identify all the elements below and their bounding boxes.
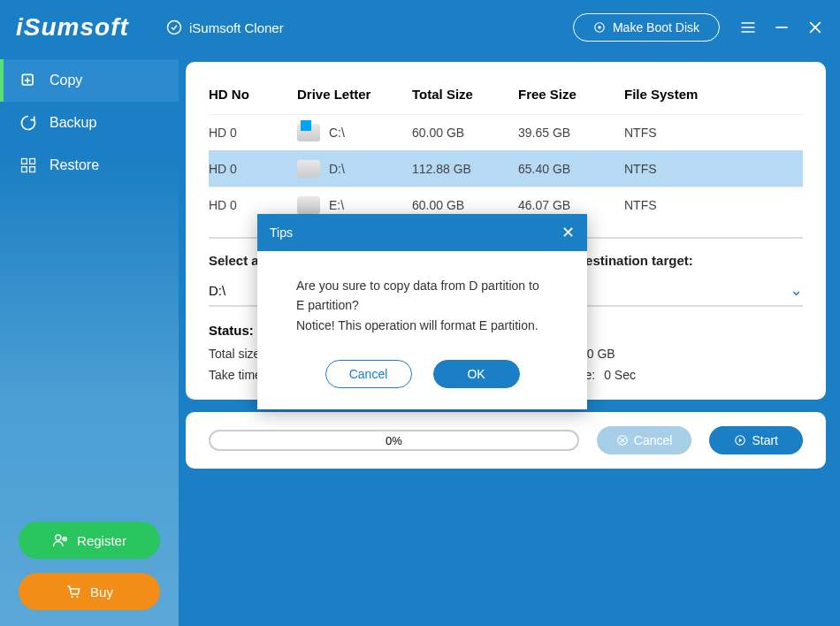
close-icon[interactable] [806, 19, 824, 36]
register-label: Register [77, 533, 126, 548]
footer-panel: 0% Cancel Start [186, 412, 826, 469]
svg-rect-4 [22, 159, 27, 164]
svg-point-0 [168, 21, 181, 34]
cell-free: 46.07 GB [518, 198, 624, 212]
dialog-title: Tips [270, 225, 293, 240]
boot-label: Make Boot Disk [613, 20, 699, 34]
svg-point-11 [76, 596, 78, 598]
cell-fs: NTFS [624, 162, 713, 176]
register-button[interactable]: Register [19, 522, 160, 559]
cell-total: 60.00 GB [412, 198, 518, 212]
dialog-message-2: Notice! This operation will format E par… [296, 316, 548, 335]
progress-value: 0% [386, 434, 402, 447]
cancel-x-icon [616, 434, 629, 447]
sidebar-item-restore[interactable]: Restore [0, 144, 179, 187]
progress-bar: 0% [209, 430, 579, 451]
titlebar: iSumsoft iSumsoft Cloner Make Boot Disk [0, 0, 840, 55]
svg-point-8 [56, 535, 61, 540]
chevron-down-icon: ⌄ [790, 280, 803, 300]
buy-label: Buy [90, 584, 113, 599]
dialog-footer: Cancel OK [257, 351, 587, 409]
app-icon [166, 19, 182, 35]
col-hd: HD No [209, 87, 297, 102]
tips-dialog: Tips ✕ Are you sure to copy data from D … [257, 214, 587, 409]
cell-fs: NTFS [624, 198, 713, 212]
sidebar-label: Restore [50, 157, 99, 173]
table-row[interactable]: HD 0C:\60.00 GB39.65 GBNTFS [209, 114, 803, 150]
cell-total: 112.88 GB [412, 162, 518, 176]
svg-point-10 [71, 596, 73, 598]
total-size-label: Total size: [209, 347, 263, 361]
backup-icon [19, 114, 37, 132]
start-label: Start [752, 433, 778, 447]
cell-drive: E:\ [297, 196, 412, 214]
sidebar-label: Copy [50, 73, 82, 88]
window-controls [739, 19, 824, 36]
drive-icon [297, 124, 320, 141]
col-drive: Drive Letter [297, 87, 412, 102]
restore-icon [19, 156, 37, 174]
cancel-label: Cancel [634, 433, 673, 447]
logo: iSumsoft [16, 13, 166, 42]
cell-hd: HD 0 [209, 162, 297, 176]
col-free: Free Size [518, 87, 624, 102]
dialog-ok-button[interactable]: OK [433, 360, 520, 388]
user-icon [52, 532, 68, 548]
svg-point-2 [598, 26, 601, 29]
app-title: iSumsoft Cloner [189, 20, 573, 35]
col-total: Total Size [412, 87, 518, 102]
play-icon [734, 434, 746, 447]
dialog-close-icon[interactable]: ✕ [561, 223, 575, 242]
cancel-button[interactable]: Cancel [597, 426, 692, 454]
table-header: HD No Drive Letter Total Size Free Size … [209, 80, 803, 114]
source-value: D:\ [209, 283, 225, 298]
dialog-body: Are you sure to copy data from D partiti… [257, 251, 587, 351]
disc-icon [593, 21, 606, 34]
make-boot-disk-button[interactable]: Make Boot Disk [573, 13, 720, 42]
cell-hd: HD 0 [209, 198, 297, 212]
cell-hd: HD 0 [209, 126, 297, 140]
svg-rect-6 [22, 167, 27, 172]
svg-rect-5 [30, 159, 35, 164]
col-fs: File System [624, 87, 713, 102]
drive-icon [297, 196, 320, 214]
start-button[interactable]: Start [709, 426, 803, 454]
copy-icon [19, 72, 37, 89]
buy-button[interactable]: Buy [19, 573, 160, 610]
cell-free: 65.40 GB [518, 162, 624, 176]
copied-value: 0 GB [587, 347, 615, 361]
cell-drive: D:\ [297, 160, 412, 178]
dialog-message-1: Are you sure to copy data from D partiti… [296, 276, 548, 316]
menu-icon[interactable] [739, 19, 757, 36]
remaining-value: 0 Sec [604, 368, 636, 382]
cell-fs: NTFS [624, 126, 713, 140]
table-row[interactable]: HD 0D:\112.88 GB65.40 GBNTFS [209, 150, 803, 187]
drive-icon [297, 160, 320, 178]
sidebar-label: Backup [50, 115, 96, 131]
sidebar-item-backup[interactable]: Backup [0, 102, 179, 144]
svg-rect-7 [30, 167, 35, 172]
cell-drive: C:\ [297, 124, 412, 141]
cart-icon [65, 584, 81, 599]
dialog-cancel-button[interactable]: Cancel [325, 360, 412, 388]
cell-free: 39.65 GB [518, 126, 624, 140]
cell-total: 60.00 GB [412, 126, 518, 140]
sidebar: Copy Backup Restore Register Buy [0, 55, 179, 626]
dialog-header: Tips ✕ [257, 214, 587, 251]
sidebar-item-copy[interactable]: Copy [0, 59, 179, 102]
minimize-icon[interactable] [773, 19, 790, 36]
